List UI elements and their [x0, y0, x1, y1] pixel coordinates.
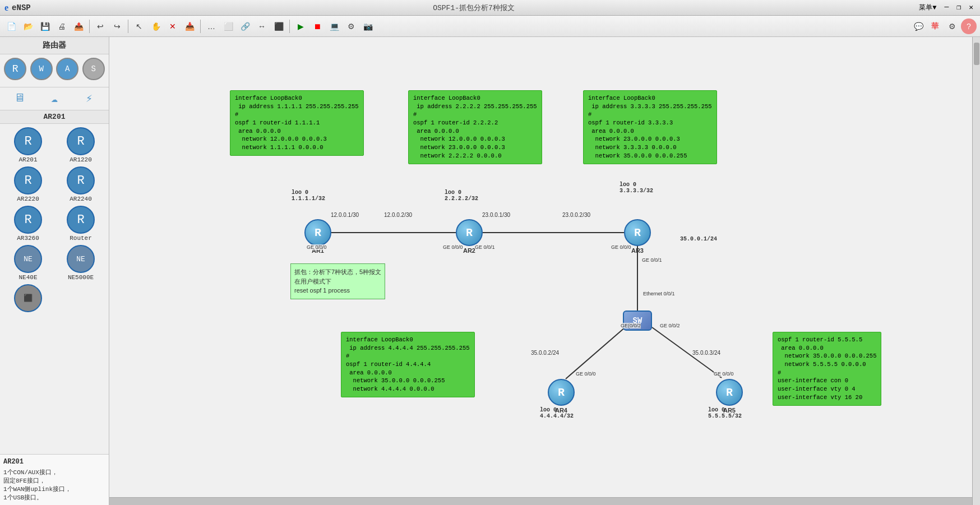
iface-ar3-loo: loo 03.3.3.3/32 [620, 182, 653, 194]
port-ge-ar2-right: GE 0/0/1 [475, 244, 495, 250]
help-button[interactable]: ? [961, 18, 977, 34]
sidebar-item-ar2240[interactable]: R AR2240 [56, 166, 105, 202]
misc-icon: ⬛ [14, 284, 42, 312]
ar3260-icon: R [14, 206, 42, 234]
iface-ar3-35: 35.0.0.1/24 [680, 236, 717, 242]
select-button[interactable]: ↖ [131, 18, 147, 34]
network-canvas[interactable]: interface LoopBack0 ip address 1.1.1.1 2… [109, 37, 980, 505]
sidebar-item-pc[interactable]: 🖥 [3, 90, 36, 106]
sidebar-item-cloud[interactable]: ☁ [38, 90, 71, 106]
sidebar-item-router[interactable]: R Router [56, 206, 105, 242]
link2-button[interactable]: ↔ [254, 18, 270, 34]
config-button[interactable]: ⚙ [343, 18, 359, 34]
sidebar-router-label: 路由器 [0, 37, 109, 54]
port-sw-ge2: GE(0/0/2 [621, 323, 641, 328]
restore-button[interactable]: ❐ [954, 3, 963, 12]
window-title: OSPF1-抓包分析7种报文 [433, 3, 515, 13]
chat-button[interactable]: 💬 [910, 18, 926, 34]
toolbar-sep-1 [89, 20, 90, 33]
port-23-ar2: 23.0.0.1/30 [482, 212, 510, 218]
sidebar-ar201-label: AR201 [0, 110, 109, 124]
delete-button[interactable]: ✕ [165, 18, 181, 34]
port-23-ar3: 23.0.0.2/30 [562, 212, 590, 218]
app-brand: e eNSP [4, 3, 31, 13]
sidebar-info-title: AR201 [3, 458, 105, 466]
sidebar-top-icons: R W A S [0, 54, 109, 85]
ar4-circle: R [548, 379, 575, 406]
iface-ar4-loo: loo 04.4.4.4/32 [540, 407, 574, 419]
settings-button[interactable]: ⚙ [944, 18, 960, 34]
sidebar-item-wireless[interactable]: W [30, 58, 54, 81]
sidebar-divider [0, 87, 109, 87]
sidebar-item-misc[interactable]: ⬛ [3, 284, 53, 313]
config-box-r4: interface LoopBack0 ip address 4.4.4.4 2… [341, 332, 475, 397]
sidebar-item-switch[interactable]: S [82, 58, 106, 81]
sidebar-ar-grid: R AR201 R AR1220 R AR2220 R AR2240 R A [0, 124, 109, 317]
sidebar-item-router[interactable]: R [3, 58, 27, 81]
port-ge-ar4: GE 0/0/0 [576, 371, 596, 377]
import-button[interactable]: 📥 [182, 18, 197, 34]
sidebar-item-ar201[interactable]: R AR201 [3, 127, 53, 163]
sidebar-item-ne40e[interactable]: NE NE40E [3, 245, 53, 281]
dots-button[interactable]: … [204, 18, 219, 34]
port-35-ar5: 35.0.0.3/24 [692, 350, 720, 356]
close-button[interactable]: ✕ [967, 3, 976, 12]
config-box-r1: interface LoopBack0 ip address 1.1.1.1 2… [230, 90, 364, 156]
sidebar-device-row2: 🖥 ☁ ⚡ [0, 90, 109, 110]
sidebar-item-ap[interactable]: A [56, 58, 80, 81]
config-box-r3: interface LoopBack0 ip address 3.3.3.3 2… [583, 90, 717, 164]
export-button[interactable]: 📤 [71, 18, 86, 34]
port-35-ar4: 35.0.0.2/24 [531, 350, 559, 356]
link1-button[interactable]: 🔗 [237, 18, 253, 34]
sidebar-info: AR201 1个CON/AUX接口， 固定8FE接口， 1个WAN侧uplink… [0, 454, 109, 505]
ar1220-label: AR1220 [70, 156, 92, 163]
drag-button[interactable]: ✋ [148, 18, 164, 34]
sidebar-item-ar1220[interactable]: R AR1220 [56, 127, 105, 163]
switch-icon: S [82, 58, 105, 80]
minimize-button[interactable]: — [942, 3, 951, 12]
ne40e-icon: NE [14, 245, 42, 273]
bottom-scrollbar[interactable] [109, 497, 973, 505]
ar1-circle: R [304, 219, 331, 246]
sidebar: 路由器 R W A S 🖥 ☁ ⚡ [0, 37, 109, 505]
print-button[interactable]: 🖨 [54, 18, 70, 34]
ar201-icon: R [14, 127, 42, 155]
stop-button[interactable]: ⏹ [309, 18, 325, 34]
port-ge-ar3-down: GE 0/0/1 [642, 257, 662, 263]
area-button[interactable]: ⬛ [271, 18, 286, 34]
sidebar-ar-scroll[interactable]: R AR201 R AR1220 R AR2220 R AR2240 R A [0, 124, 109, 454]
scrollbar-thumb[interactable] [974, 43, 979, 65]
huawei-button[interactable]: 華 [927, 18, 943, 34]
menu-button[interactable]: 菜单▼ [917, 3, 939, 12]
sidebar-item-ar2220[interactable]: R AR2220 [3, 166, 53, 202]
right-scrollbar[interactable] [972, 37, 980, 505]
router-sidebar-icon: R [67, 206, 95, 234]
ne40e-label: NE40E [19, 274, 37, 281]
open-button[interactable]: 📂 [20, 18, 36, 34]
save-button[interactable]: 💾 [37, 18, 53, 34]
ap-icon: A [56, 58, 78, 80]
canvas-wrapper: interface LoopBack0 ip address 1.1.1.1 2… [109, 37, 980, 505]
sidebar-item-ar3260[interactable]: R AR3260 [3, 206, 53, 242]
sidebar-item-power[interactable]: ⚡ [73, 90, 105, 106]
ne5000e-icon: NE [67, 245, 95, 273]
rect-button[interactable]: ⬜ [220, 18, 236, 34]
sidebar-item-ne5000e[interactable]: NE NE5000E [56, 245, 105, 281]
undo-button[interactable]: ↩ [93, 18, 108, 34]
new-button[interactable]: 📄 [3, 18, 19, 34]
camera-button[interactable]: 📷 [360, 18, 376, 34]
redo-button[interactable]: ↪ [109, 18, 125, 34]
device-button[interactable]: 💻 [326, 18, 342, 34]
play-button[interactable]: ▶ [293, 18, 308, 34]
ar3-label: AR3 [631, 247, 644, 254]
annotation-box: 抓包：分析下7种状态，5种报文在用户模式下reset ospf 1 proces… [290, 263, 385, 299]
port-ge-ar2-left: GE 0/0/0 [443, 244, 463, 250]
ar201-label: AR201 [19, 156, 37, 163]
port-ar2-ge000-left: 12.0.0.2/30 [384, 212, 412, 218]
port-ar1-ge000: 12.0.0.1/30 [331, 212, 359, 218]
port-ge-ar1: GE 0/0/0 [307, 244, 327, 250]
ar2-circle: R [456, 219, 483, 246]
ar2220-icon: R [14, 166, 42, 194]
toolbar-sep-2 [128, 20, 128, 33]
ar1220-icon: R [67, 127, 95, 155]
